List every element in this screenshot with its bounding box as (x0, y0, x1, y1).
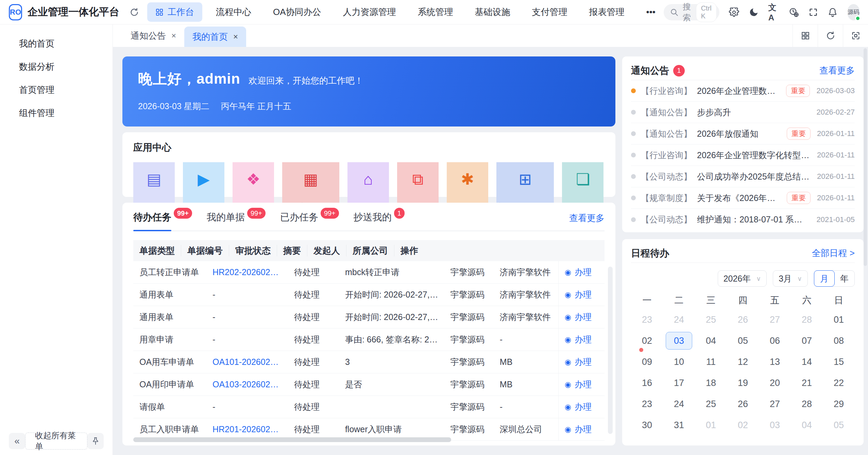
page-tab[interactable]: 通知公告 × (122, 24, 184, 47)
nav-item[interactable]: ••• (638, 3, 664, 21)
doc-no-cell[interactable]: - (206, 402, 288, 412)
close-tab-icon[interactable]: × (171, 31, 176, 40)
calendar-day-cell[interactable]: 24 (666, 311, 692, 328)
year-select[interactable]: 2026年 ∨ (718, 270, 767, 287)
table-vertical-scrollbar[interactable] (608, 267, 613, 434)
settings-gear-icon[interactable] (729, 7, 739, 17)
nav-item[interactable]: 支付管理 (524, 2, 576, 22)
refresh-icon[interactable] (130, 7, 139, 17)
calendar-day-cell[interactable]: 15 (826, 353, 852, 371)
fullscreen-icon[interactable] (809, 7, 818, 17)
doc-no-cell[interactable]: HR201-2026022400002 (206, 424, 288, 434)
calendar-day-cell[interactable]: 31 (666, 416, 692, 434)
calendar-day-cell[interactable]: 19 (730, 374, 756, 392)
calendar-day-cell[interactable]: 08 (826, 332, 852, 350)
handle-button[interactable]: ◉ 办理 (565, 356, 592, 368)
month-select[interactable]: 3月 ∨ (773, 270, 808, 287)
calendar-day-cell[interactable]: 25 (698, 395, 724, 413)
handle-button[interactable]: ◉ 办理 (565, 401, 592, 412)
task-tab[interactable]: 已办任务 99+ (280, 211, 340, 231)
calendar-day-cell[interactable]: 01 (826, 311, 852, 328)
close-tab-icon[interactable]: × (233, 32, 238, 41)
notice-item[interactable]: 【公司动态】 公司成功举办2025年度总结表彰大会 重要 2026-01-11 (631, 166, 855, 187)
calendar-day-cell[interactable]: 05 (826, 416, 852, 434)
handle-button[interactable]: ◉ 办理 (565, 334, 592, 345)
calendar-day-cell[interactable]: 23 (634, 311, 660, 328)
calendar-day-cell[interactable]: 25 (698, 311, 724, 328)
calendar-day-cell[interactable]: 26 (730, 395, 756, 413)
calendar-day-cell[interactable]: 27 (762, 311, 788, 328)
calendar-day-cell[interactable]: 03 (762, 416, 788, 434)
all-schedule-link[interactable]: 全部日程 > (812, 247, 855, 259)
collapse-all-menus-button[interactable]: 收起所有菜单 (25, 433, 87, 450)
nav-item[interactable]: 流程中心 (208, 2, 259, 22)
sidebar-item[interactable]: 我的首页 (0, 32, 113, 55)
doc-no-cell[interactable]: OA103-2026022500001 (206, 380, 288, 389)
handle-button[interactable]: ◉ 办理 (565, 289, 592, 300)
task-tab[interactable]: 我的单据 99+ (207, 211, 267, 231)
maximize-content-icon[interactable] (843, 24, 868, 47)
calendar-day-cell[interactable]: 06 (762, 332, 788, 350)
table-horizontal-scrollbar[interactable] (133, 437, 451, 442)
app-logo[interactable]: RO (9, 4, 22, 20)
sidebar-item[interactable]: 数据分析 (0, 55, 113, 78)
handle-button[interactable]: ◉ 办理 (565, 267, 592, 278)
calendar-day-cell[interactable]: 11 (698, 353, 724, 371)
notice-item[interactable]: 【通知公告】 步步高升 重要 2026-02-27 (631, 102, 855, 123)
calendar-day-cell[interactable]: 04 (794, 416, 820, 434)
year-mode-button[interactable]: 年 (834, 270, 854, 287)
task-tab[interactable]: 抄送我的 1 (354, 211, 406, 231)
handle-button[interactable]: ◉ 办理 (565, 379, 592, 390)
calendar-day-cell[interactable]: 16 (634, 374, 660, 392)
calendar-day-cell[interactable]: 23 (634, 395, 660, 413)
nav-item[interactable]: OA协同办公 (265, 2, 329, 22)
search-input[interactable]: 搜索 Ctrl K (664, 4, 719, 20)
calendar-day-cell[interactable]: 14 (794, 353, 820, 371)
calendar-day-cell[interactable]: 02 (730, 416, 756, 434)
calendar-day-cell[interactable]: 12 (730, 353, 756, 371)
nav-item[interactable]: 系统管理 (410, 2, 461, 22)
translate-icon[interactable]: 文A (768, 2, 779, 22)
month-mode-button[interactable]: 月 (814, 270, 835, 287)
calendar-day-cell[interactable]: 27 (762, 395, 788, 413)
pin-menu-button[interactable] (87, 433, 104, 449)
sidebar-item[interactable]: 组件管理 (0, 101, 113, 124)
task-tab[interactable]: 待办任务 99+ (133, 211, 193, 231)
notices-view-more-link[interactable]: 查看更多 (819, 65, 855, 77)
calendar-day-cell[interactable]: 22 (826, 374, 852, 392)
timezone-clock-globe-icon[interactable] (789, 7, 799, 17)
calendar-day-cell[interactable]: 28 (794, 395, 820, 413)
notice-item[interactable]: 【行业咨询】 2026年企业管理数字化转型趋势... 重要 2026-03-03 (631, 80, 855, 102)
handle-button[interactable]: ◉ 办理 (565, 311, 592, 323)
nav-item[interactable]: 基础设施 (467, 2, 518, 22)
calendar-day-cell[interactable]: 07 (794, 332, 820, 350)
handle-button[interactable]: ◉ 办理 (565, 424, 592, 435)
calendar-day-cell[interactable]: 04 (698, 332, 724, 350)
calendar-day-cell[interactable]: 21 (794, 374, 820, 392)
user-avatar[interactable]: 源码 (847, 4, 860, 20)
calendar-day-cell[interactable]: 02 (634, 332, 660, 350)
calendar-day-cell[interactable]: 05 (730, 332, 756, 350)
calendar-day-cell[interactable]: 09 (634, 353, 660, 371)
layout-grid-icon[interactable] (793, 24, 818, 47)
calendar-day-cell[interactable]: 18 (698, 374, 724, 392)
calendar-day-cell[interactable]: 30 (634, 416, 660, 434)
doc-no-cell[interactable]: - (206, 290, 288, 300)
notice-item[interactable]: 【行业咨询】 2026年企业管理数字化转型趋势分析 重要 2026-01-11 (631, 145, 855, 166)
reload-page-icon[interactable] (818, 24, 843, 47)
nav-item[interactable]: 人力资源管理 (335, 2, 404, 22)
page-scrollbar[interactable] (864, 48, 867, 266)
page-tab[interactable]: 我的首页 × (184, 27, 246, 47)
notice-item[interactable]: 【通知公告】 2026年放假通知 重要 2026-01-11 (631, 123, 855, 145)
doc-no-cell[interactable]: - (206, 335, 288, 344)
calendar-day-cell[interactable]: 28 (794, 311, 820, 328)
calendar-day-cell[interactable]: 01 (698, 416, 724, 434)
calendar-day-cell[interactable]: 29 (826, 395, 852, 413)
notice-item[interactable]: 【规章制度】 关于发布《2026年度费用报销管... 重要 2026-01-11 (631, 187, 855, 209)
doc-no-cell[interactable]: - (206, 312, 288, 322)
calendar-day-cell[interactable]: 24 (666, 395, 692, 413)
sidebar-item[interactable]: 首页管理 (0, 78, 113, 101)
doc-no-cell[interactable]: OA101-2026022500001 (206, 357, 288, 367)
notice-item[interactable]: 【公司动态】 维护通知：2018-07-01 系统凌晨维护 重要 2021-01… (631, 209, 855, 230)
calendar-day-cell[interactable]: 20 (762, 374, 788, 392)
